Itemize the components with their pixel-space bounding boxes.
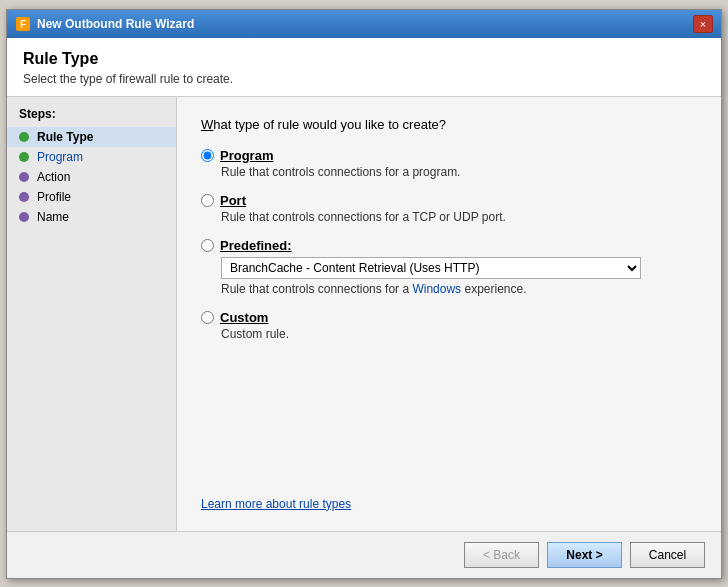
sidebar-item-program[interactable]: Program (7, 147, 176, 167)
sidebar-label-rule-type: Rule Type (37, 130, 93, 144)
option-predefined: Predefined: BranchCache - Content Retrie… (201, 238, 697, 296)
svg-text:F: F (20, 19, 26, 30)
label-custom[interactable]: Custom (220, 310, 268, 325)
sidebar-label-action: Action (37, 170, 70, 184)
window-title: New Outbound Rule Wizard (37, 17, 693, 31)
radio-custom[interactable] (201, 311, 214, 324)
option-program: Program Rule that controls connections f… (201, 148, 697, 179)
predefined-desc-prefix: Rule that controls connections for a (221, 282, 412, 296)
option-predefined-row: Predefined: (201, 238, 697, 253)
title-bar: F New Outbound Rule Wizard × (7, 10, 721, 38)
close-button[interactable]: × (693, 15, 713, 33)
label-program[interactable]: Program (220, 148, 273, 163)
desc-port: Rule that controls connections for a TCP… (221, 210, 697, 224)
cancel-button[interactable]: Cancel (630, 542, 705, 568)
predefined-dropdown[interactable]: BranchCache - Content Retrieval (Uses HT… (221, 257, 641, 279)
radio-predefined[interactable] (201, 239, 214, 252)
steps-label: Steps: (7, 107, 176, 127)
sidebar-item-action[interactable]: Action (7, 167, 176, 187)
desc-predefined: Rule that controls connections for a Win… (221, 282, 697, 296)
content-area: Rule Type Select the type of firewall ru… (7, 38, 721, 531)
sidebar-item-profile[interactable]: Profile (7, 187, 176, 207)
predefined-section: BranchCache - Content Retrieval (Uses HT… (221, 257, 697, 296)
sidebar: Steps: Rule Type Program Action Profile (7, 97, 177, 531)
step-dot-profile (19, 192, 29, 202)
radio-group: Program Rule that controls connections f… (201, 148, 697, 341)
desc-program: Rule that controls connections for a pro… (221, 165, 697, 179)
option-port-row: Port (201, 193, 697, 208)
main-body: Steps: Rule Type Program Action Profile (7, 97, 721, 531)
next-button[interactable]: Next > (547, 542, 622, 568)
option-port: Port Rule that controls connections for … (201, 193, 697, 224)
question-text: What type of rule would you like to crea… (201, 117, 697, 132)
radio-port[interactable] (201, 194, 214, 207)
label-port[interactable]: Port (220, 193, 246, 208)
learn-more-link[interactable]: Learn more about rule types (201, 477, 697, 511)
step-dot-rule-type (19, 132, 29, 142)
sidebar-item-rule-type[interactable]: Rule Type (7, 127, 176, 147)
question-underline-w: W (201, 117, 213, 132)
radio-program[interactable] (201, 149, 214, 162)
sidebar-label-name: Name (37, 210, 69, 224)
option-custom: Custom Custom rule. (201, 310, 697, 341)
sidebar-label-profile: Profile (37, 190, 71, 204)
step-dot-program (19, 152, 29, 162)
window-icon: F (15, 16, 31, 32)
right-panel: What type of rule would you like to crea… (177, 97, 721, 531)
predefined-desc-suffix: experience. (461, 282, 526, 296)
option-custom-row: Custom (201, 310, 697, 325)
desc-custom: Custom rule. (221, 327, 697, 341)
label-predefined[interactable]: Predefined: (220, 238, 292, 253)
wizard-window: F New Outbound Rule Wizard × Rule Type S… (6, 9, 722, 579)
back-button[interactable]: < Back (464, 542, 539, 568)
sidebar-label-program: Program (37, 150, 83, 164)
step-dot-action (19, 172, 29, 182)
footer: < Back Next > Cancel (7, 531, 721, 578)
question-rest: hat type of rule would you like to creat… (213, 117, 446, 132)
header-section: Rule Type Select the type of firewall ru… (7, 38, 721, 97)
page-title: Rule Type (23, 50, 705, 68)
step-dot-name (19, 212, 29, 222)
predefined-desc-blue: Windows (412, 282, 461, 296)
sidebar-item-name[interactable]: Name (7, 207, 176, 227)
page-subtitle: Select the type of firewall rule to crea… (23, 72, 705, 86)
option-program-row: Program (201, 148, 697, 163)
